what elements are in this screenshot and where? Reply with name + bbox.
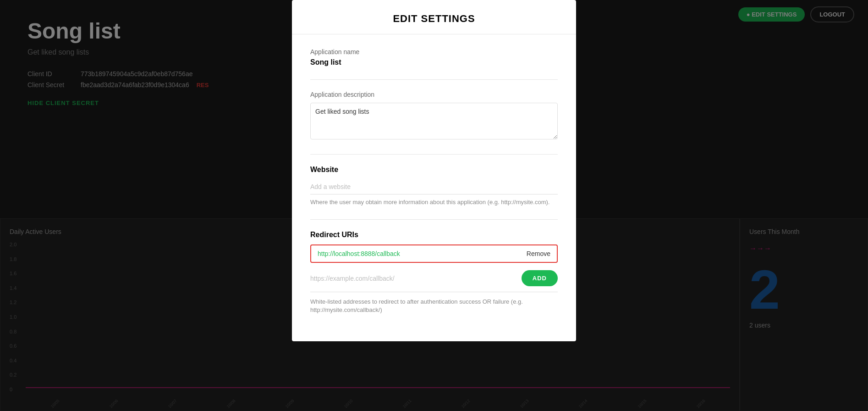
app-name-label: Application name (310, 48, 558, 56)
redirect-entry-box: http://localhost:8888/callback Remove (310, 244, 558, 263)
divider-1 (310, 79, 558, 80)
app-name-value: Song list (310, 58, 341, 66)
app-desc-label: Application description (310, 91, 558, 98)
modal-overlay[interactable]: EDIT SETTINGS Application name Song list… (0, 0, 868, 411)
add-redirect-input[interactable] (310, 275, 516, 282)
website-input[interactable] (310, 179, 558, 194)
website-section: Website Where the user may obtain more i… (310, 166, 558, 206)
app-desc-section: Application description Get liked song l… (310, 91, 558, 141)
redirect-url-value: http://localhost:8888/callback (318, 250, 522, 257)
edit-settings-modal: EDIT SETTINGS Application name Song list… (292, 0, 576, 341)
modal-title: EDIT SETTINGS (310, 13, 558, 25)
redirect-uris-section: Redirect URIs http://localhost:8888/call… (310, 231, 558, 314)
redirect-remove-button[interactable]: Remove (527, 250, 550, 257)
app-desc-textarea[interactable]: Get liked song lists (310, 103, 558, 139)
add-redirect-button[interactable]: ADD (522, 270, 558, 286)
redirect-uris-label: Redirect URIs (310, 231, 558, 239)
divider-2 (310, 154, 558, 155)
modal-body: Application name Song list Application d… (292, 34, 576, 341)
redirect-helper-text: White-listed addresses to redirect to af… (310, 298, 558, 314)
add-redirect-row: ADD (310, 270, 558, 292)
website-helper: Where the user may obtain more informati… (310, 198, 558, 206)
divider-3 (310, 219, 558, 220)
app-name-section: Application name Song list (310, 48, 558, 67)
modal-header: EDIT SETTINGS (292, 0, 576, 34)
website-label: Website (310, 166, 558, 174)
